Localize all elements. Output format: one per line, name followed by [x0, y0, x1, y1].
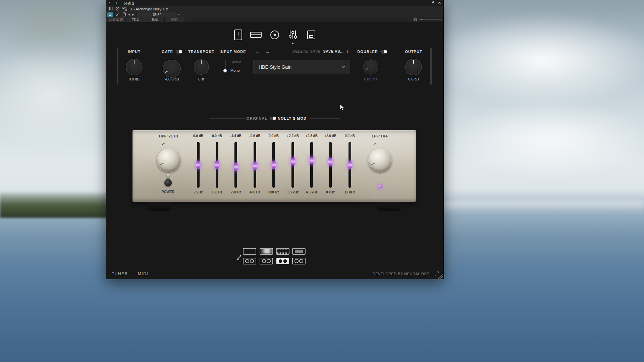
- amp-slot-3-icon[interactable]: [276, 248, 289, 255]
- divider: [133, 272, 133, 276]
- save-as-button[interactable]: SAVE AS...: [320, 49, 347, 53]
- pin-icon[interactable]: [431, 1, 435, 5]
- eq-gain-value: 0.0 dB: [340, 134, 359, 138]
- eq-slider-handle[interactable]: [234, 163, 238, 171]
- doubler-section-icon[interactable]: [305, 28, 318, 42]
- eq-band: 0.0 dB 800 Hz: [264, 130, 283, 202]
- daw-preset-field[interactable]: 默认*: [137, 12, 177, 17]
- transpose-knob[interactable]: [194, 59, 209, 75]
- input-mode-option-stereo[interactable]: Stereo: [230, 60, 241, 64]
- preset-dropdown[interactable]: HBE-Style Gain: [253, 60, 350, 74]
- eq-slider-handle[interactable]: [348, 161, 352, 169]
- doubler-header: DOUBLER: [356, 50, 389, 54]
- tuner-button[interactable]: TUNER: [112, 272, 128, 276]
- eq-slider-handle[interactable]: [196, 161, 200, 169]
- plugin-ui: INPUT 0.0 dB GATE -80.0 dB TRANSPOSE 0 s…: [106, 22, 443, 279]
- desktop-background: ▾ + 音轨 2 ✕ 1 - Archetype Nolly X 2 ▾: [0, 0, 644, 362]
- eq-slider-handle[interactable]: [253, 162, 257, 170]
- input-knob[interactable]: [126, 59, 143, 75]
- wet-dry-icon[interactable]: [115, 12, 120, 17]
- midi-button[interactable]: MIDI: [138, 272, 148, 276]
- input-label: INPUT: [121, 50, 148, 54]
- input-mode-option-mono[interactable]: Mono: [230, 68, 240, 72]
- hpf-knob[interactable]: [157, 148, 180, 172]
- eq-gain-value: +2.2 dB: [283, 134, 302, 138]
- doubler-knob[interactable]: [363, 59, 378, 75]
- gate-toggle[interactable]: [175, 50, 182, 54]
- cab-slot-3-icon-active[interactable]: [276, 258, 289, 265]
- preset-file-icon[interactable]: [122, 12, 126, 17]
- cab-slot-4-icon[interactable]: [292, 258, 306, 265]
- doubler-toggle[interactable]: [380, 50, 387, 54]
- preset-name: HBE-Style Gain: [259, 60, 291, 74]
- eq-slider-handle[interactable]: [272, 161, 276, 169]
- input-mode-handle[interactable]: [223, 69, 227, 72]
- eq-band: +2.2 dB 1.5 kHz: [283, 130, 302, 202]
- resize-corner-icon[interactable]: [435, 272, 439, 276]
- daw-preset-caret-icon[interactable]: ▾: [178, 13, 180, 16]
- eq-slider-handle[interactable]: [310, 157, 314, 164]
- gear-icon[interactable]: [413, 17, 417, 22]
- preset-back-icon[interactable]: ←: [253, 49, 261, 55]
- bypass-all-icon[interactable]: [115, 7, 120, 11]
- copy-button[interactable]: 复制: [145, 17, 165, 22]
- paste-button[interactable]: 粘贴: [165, 17, 184, 22]
- output-knob[interactable]: [405, 59, 422, 75]
- eq-gain-value: 0.0 dB: [264, 134, 283, 138]
- window-title: 音轨 2: [124, 1, 134, 6]
- fx-selector-row: 1 - Archetype Nolly X 2 ▾: [106, 6, 443, 12]
- lpf-label: LPF: OFF: [360, 134, 400, 138]
- gate-knob[interactable]: [163, 60, 181, 78]
- eq-section-icon[interactable]: [286, 28, 300, 42]
- amp-slot-4-icon[interactable]: [292, 248, 306, 255]
- gate-label: GATE: [162, 50, 173, 54]
- active-section-dot: [292, 43, 293, 44]
- compare-button[interactable]: 对比: [126, 17, 145, 22]
- eq-gain-value: 0.0 dB: [208, 134, 226, 138]
- cab-slot-2-icon[interactable]: [260, 258, 273, 265]
- amp-slot-2-icon[interactable]: [260, 248, 273, 255]
- title-bar[interactable]: ▾ + 音轨 2 ✕: [106, 0, 443, 6]
- gate-header: GATE: [155, 50, 189, 54]
- eq-slider-handle[interactable]: [328, 158, 332, 166]
- close-icon[interactable]: ✕: [438, 1, 441, 5]
- hpf-tick: [162, 142, 165, 145]
- cloud: [429, 13, 644, 107]
- pedal-section-icon[interactable]: [249, 28, 263, 42]
- eq-gain-value: -0.6 dB: [246, 134, 264, 138]
- add-fx-button[interactable]: +: [115, 0, 118, 5]
- power-switch[interactable]: [164, 179, 172, 186]
- lpf-knob[interactable]: [368, 148, 392, 172]
- amp-slot-1-icon[interactable]: [243, 248, 256, 255]
- eq-slider-handle[interactable]: [291, 158, 295, 165]
- eq-slider-handle[interactable]: [215, 161, 219, 169]
- divider: [310, 118, 340, 119]
- fx-list-icon[interactable]: [109, 7, 113, 11]
- plugin-selector-caret-icon[interactable]: ▾: [166, 7, 168, 10]
- cloud: [0, 0, 121, 67]
- eq-gain-value: +2.8 dB: [302, 134, 321, 138]
- cab-slot-1-icon[interactable]: [243, 258, 256, 265]
- preset-forward-icon[interactable]: →: [263, 49, 271, 55]
- preset-row: ◀ ▶ 默认* ▾: [106, 12, 443, 17]
- input-value: 0.0 dB: [121, 77, 148, 81]
- next-preset-icon[interactable]: ▶: [132, 13, 134, 16]
- preset-menu-icon[interactable]: ⋮: [345, 49, 351, 54]
- toolbar-row: 自动化:关 对比 复制 粘贴 ▾: [106, 17, 443, 22]
- fx-enable-button[interactable]: [107, 12, 113, 17]
- chevron-down-icon: [341, 66, 345, 68]
- window-menu-caret-icon[interactable]: ▾: [109, 1, 110, 4]
- cab-section-icon[interactable]: [268, 28, 281, 42]
- eq-band: -0.6 dB 400 Hz: [246, 130, 264, 202]
- automation-button[interactable]: 自动化:关: [106, 17, 126, 22]
- routing-icon[interactable]: [122, 7, 127, 11]
- prev-preset-icon[interactable]: ◀: [128, 13, 130, 16]
- mode-mod-label[interactable]: NOLLY'S MOD: [277, 116, 307, 120]
- settings-caret-icon[interactable]: ▾: [421, 18, 423, 21]
- mode-original-label[interactable]: ORIGINAL: [245, 116, 269, 120]
- plugin-selector[interactable]: 1 - Archetype Nolly X 2: [130, 7, 168, 11]
- transpose-label: TRANSPOSE: [184, 50, 218, 54]
- rig-bypass-icon[interactable]: [236, 254, 243, 261]
- mode-toggle[interactable]: [269, 116, 276, 120]
- amp-section-icon[interactable]: [231, 28, 245, 42]
